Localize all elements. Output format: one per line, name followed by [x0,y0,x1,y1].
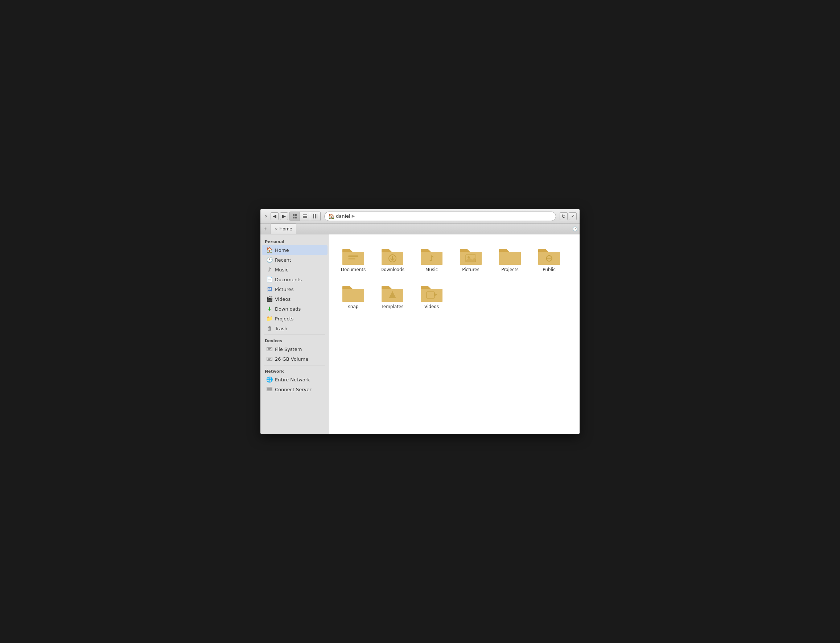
folder-templates-icon [381,282,404,303]
file-name-snap: snap [348,304,359,309]
new-tab-button[interactable]: + [260,224,270,234]
file-item-downloads[interactable]: Downloads [374,242,410,276]
file-item-public[interactable]: Public [531,242,567,276]
svg-point-19 [270,390,271,390]
sidebar-label-network: Entire Network [275,377,310,382]
sidebar-label-projects: Projects [275,316,293,322]
file-grid: Documents Downloads [335,242,574,313]
view-list-button[interactable] [300,212,310,220]
trash-icon: 🗑 [266,325,273,332]
sidebar-label-pictures: Pictures [275,287,293,292]
view-icons-button[interactable] [290,212,300,220]
file-manager-window: × ◀ ▶ [260,209,580,434]
svg-rect-8 [315,214,316,219]
file-area: Documents Downloads [329,234,580,434]
svg-rect-11 [268,348,271,349]
sidebar-item-filesystem[interactable]: File System [262,344,327,354]
sidebar-item-projects[interactable]: 📁 Projects [262,314,327,323]
sidebar-label-trash: Trash [275,326,287,331]
file-name-videos: Videos [424,304,439,309]
sidebar-item-music[interactable]: ♪ Music [262,265,327,274]
tab-home[interactable]: × Home [270,224,296,234]
refresh-button[interactable]: ↻ [560,212,568,220]
pictures-icon: 🖼 [266,286,273,292]
svg-rect-12 [268,349,270,350]
view-compact-button[interactable] [310,212,320,220]
address-chevron: ▶ [352,214,355,219]
documents-icon: 📄 [266,276,273,283]
svg-rect-7 [313,214,314,219]
svg-rect-4 [303,214,307,215]
sidebar-divider-1 [264,335,326,335]
sidebar-label-volume: 26 GB Volume [275,356,308,362]
sidebar-item-network[interactable]: 🌐 Entire Network [262,375,327,384]
sidebar-item-trash[interactable]: 🗑 Trash [262,324,327,333]
folder-documents-icon [342,245,365,266]
main-layout: Personal 🏠 Home 🕐 Recent ♪ Music 📄 Docum… [260,234,580,434]
sidebar-section-network: Network [260,367,329,374]
network-icon: 🌐 [266,376,273,383]
svg-rect-0 [293,214,295,216]
sidebar-label-filesystem: File System [275,346,302,352]
file-item-projects[interactable]: Projects [492,242,528,276]
file-item-music[interactable]: ♪ Music [413,242,450,276]
folder-downloads-icon [381,245,404,266]
sidebar-item-pictures[interactable]: 🖼 Pictures [262,284,327,294]
sidebar-divider-2 [264,365,326,366]
close-button[interactable]: × [263,213,269,219]
file-name-projects: Projects [501,267,518,272]
sidebar-item-volume[interactable]: 26 GB Volume [262,354,327,364]
svg-rect-20 [348,255,358,257]
sidebar-label-downloads: Downloads [275,306,301,312]
file-name-music: Music [425,267,438,272]
svg-rect-21 [348,258,355,259]
tab-close-icon[interactable]: × [275,227,278,232]
tab-bar: + × Home 🕐 [260,224,580,234]
sidebar-label-server: Connect Server [275,387,311,392]
sidebar-label-recent: Recent [275,257,291,263]
svg-rect-3 [295,217,297,219]
sidebar-section-devices: Devices [260,336,329,344]
svg-rect-5 [303,216,307,217]
server-icon [266,386,273,393]
back-button[interactable]: ◀ [270,212,278,220]
folder-music-icon: ♪ [420,245,443,266]
file-item-pictures[interactable]: Pictures [453,242,489,276]
svg-rect-15 [268,359,270,360]
svg-rect-14 [268,358,271,359]
svg-rect-1 [295,214,297,216]
svg-point-18 [270,388,271,388]
file-item-templates[interactable]: Templates [374,279,410,313]
recent-icon: 🕐 [266,256,273,263]
sidebar-section-personal: Personal [260,237,329,245]
music-icon: ♪ [266,266,273,273]
home-icon: 🏠 [266,247,273,253]
file-item-videos[interactable]: Videos [413,279,450,313]
sidebar-label-music: Music [275,267,288,273]
folder-videos-icon [420,282,443,303]
sidebar-item-documents[interactable]: 📄 Documents [262,275,327,284]
svg-rect-6 [303,217,307,218]
svg-text:♪: ♪ [429,254,434,263]
videos-icon: 🎬 [266,296,273,302]
sidebar-item-recent[interactable]: 🕐 Recent [262,255,327,264]
sidebar-item-videos[interactable]: 🎬 Videos [262,294,327,304]
address-home-icon: 🏠 [328,213,334,219]
svg-rect-10 [267,347,272,351]
tab-history-button[interactable]: 🕐 [570,224,580,234]
sidebar-item-downloads[interactable]: ⬇ Downloads [262,304,327,313]
file-item-documents[interactable]: Documents [335,242,371,276]
svg-rect-13 [267,357,272,361]
fullscreen-button[interactable]: ⤢ [569,212,577,220]
sidebar-item-home[interactable]: 🏠 Home [262,245,327,255]
view-switcher [290,212,321,221]
address-bar[interactable]: 🏠 daniel ▶ [324,212,556,221]
sidebar-label-videos: Videos [275,297,290,302]
file-item-snap[interactable]: snap [335,279,371,313]
forward-button[interactable]: ▶ [280,212,288,220]
folder-snap-icon [342,282,365,303]
file-name-downloads: Downloads [381,267,404,272]
volume-icon [266,356,273,362]
sidebar-item-server[interactable]: Connect Server [262,385,327,394]
folder-projects-icon [498,245,521,266]
